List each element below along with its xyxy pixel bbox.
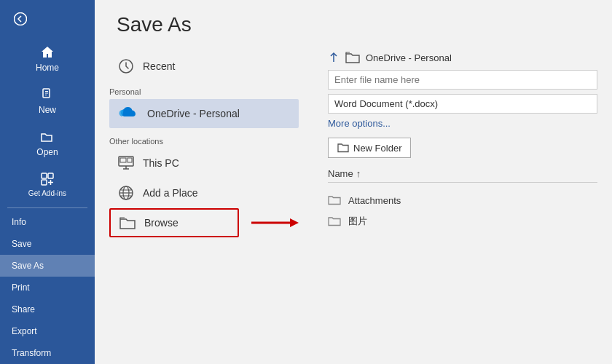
sidebar-item-share[interactable]: Share [0,298,95,320]
svg-rect-5 [42,173,47,178]
file-item-images[interactable]: 图片 [328,210,597,232]
sidebar-label-home: Home [36,63,59,73]
left-panel: Recent Personal OneDrive - Personal Othe… [95,44,313,364]
sidebar: Home New Open Get Add-ins Info [0,0,95,364]
sidebar-label-save-as: Save As [12,261,44,271]
file-name-images: 图片 [348,215,367,228]
add-place-label: Add a Place [143,187,198,199]
svg-rect-15 [128,158,132,162]
sidebar-item-home[interactable]: Home [0,38,95,80]
sidebar-label-info: Info [12,217,26,227]
back-button[interactable] [6,6,35,32]
title-area: Save As [95,0,612,44]
location-header: OneDrive - Personal [328,51,597,64]
svg-rect-6 [48,173,53,178]
main-area: Save As Recent Personal OneDrive - Perso [95,0,612,364]
sidebar-label-save: Save [12,239,31,249]
onedrive-label: OneDrive - Personal [147,108,240,119]
column-header-name: Name ↑ [328,168,597,183]
location-add-place[interactable]: Add a Place [109,178,299,208]
filetype-display: Word Document (*.docx) [328,94,597,114]
filename-input[interactable] [328,70,597,90]
sidebar-item-get-add-ins[interactable]: Get Add-ins [0,165,95,205]
this-pc-label: This PC [143,157,179,169]
svg-rect-14 [120,158,126,162]
sidebar-item-open[interactable]: Open [0,122,95,165]
sidebar-item-transform[interactable]: Transform [0,342,95,364]
sidebar-label-open: Open [36,147,58,157]
section-other: Other locations [109,137,299,146]
new-folder-button[interactable]: New Folder [328,138,411,158]
more-options-link[interactable]: More options... [328,118,597,129]
location-browse[interactable]: Browse [109,208,239,237]
current-location: OneDrive - Personal [366,52,452,63]
location-onedrive[interactable]: OneDrive - Personal [109,99,299,128]
col-name-label: Name [328,168,353,179]
sidebar-item-save[interactable]: Save [0,233,95,255]
sidebar-item-export[interactable]: Export [0,320,95,342]
location-this-pc[interactable]: This PC [109,149,299,178]
new-folder-label: New Folder [353,143,401,154]
sidebar-item-new[interactable]: New [0,80,95,122]
sidebar-label-share: Share [12,304,35,314]
sort-arrow[interactable]: ↑ [356,168,361,179]
recent-label: Recent [143,60,175,72]
arrow-indicator [245,213,299,233]
sidebar-item-save-as[interactable]: Save As [0,255,95,277]
file-name-attachments: Attachments [348,195,401,206]
svg-marker-22 [290,218,299,227]
sidebar-label-print: Print [12,282,30,293]
sidebar-label-export: Export [12,326,37,336]
sidebar-label-get-add-ins: Get Add-ins [28,189,66,197]
content-area: Recent Personal OneDrive - Personal Othe… [95,44,612,364]
svg-point-0 [15,13,27,25]
sidebar-item-print[interactable]: Print [0,277,95,298]
sidebar-label-transform: Transform [12,348,51,358]
page-title: Save As [117,13,590,36]
browse-label: Browse [144,217,178,229]
svg-rect-7 [42,180,47,185]
sidebar-item-info[interactable]: Info [0,211,95,233]
sidebar-label-new: New [39,105,56,115]
location-recent[interactable]: Recent [109,51,299,82]
section-personal: Personal [109,87,299,96]
right-panel: OneDrive - Personal Word Document (*.doc… [313,44,612,364]
file-item-attachments[interactable]: Attachments [328,190,597,210]
